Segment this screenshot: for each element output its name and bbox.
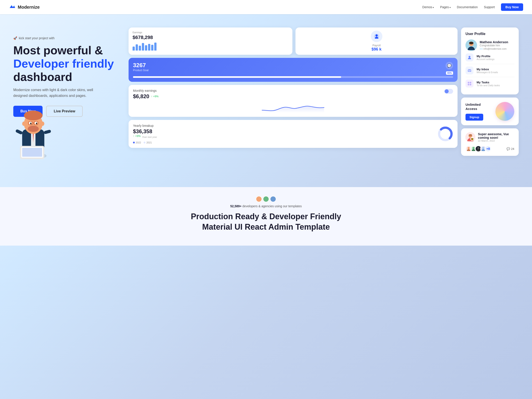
notif-footer: +8 💬 24: [466, 146, 514, 152]
earnings-label: Earnings: [133, 31, 288, 34]
menu-profile[interactable]: My Profile Account settings: [466, 51, 514, 64]
svg-point-43: [482, 147, 484, 149]
svg-point-28: [469, 42, 474, 44]
earnings-chart: [133, 43, 288, 51]
goal-label: Product Goal: [133, 69, 149, 72]
nav-demos[interactable]: Demos: [422, 5, 434, 9]
rocket-icon: 🚀: [13, 36, 17, 40]
bar-7: [151, 45, 153, 51]
notif-date: 22 March, 2022: [478, 139, 514, 142]
notif-title: Super awesome, Vue coming soon!: [478, 132, 514, 139]
dashboard-cards: Earnings $678,298: [129, 27, 457, 156]
chat-icon: 💬: [446, 62, 453, 69]
user-info: Mathew Anderson Congratulate him ✉️ info…: [466, 39, 514, 51]
dev-av-3: [270, 196, 276, 202]
bar-2: [136, 44, 138, 51]
bar-4: [142, 43, 144, 51]
menu-tasks[interactable]: My Tasks To-do and Daily tasks: [466, 77, 514, 90]
yearly-info: Yearly breakup $36,358 ↑ +9% than last y…: [133, 124, 157, 144]
svg-rect-16: [15, 129, 23, 134]
bar-5: [145, 45, 147, 51]
notif-avatar: 😎: [466, 132, 475, 142]
payroll-card: Payroll $96 k: [296, 27, 457, 55]
goal-progress-fill: [133, 76, 341, 78]
toggle-switch[interactable]: [444, 89, 453, 94]
yearly-card: Yearly breakup $36,358 ↑ +9% than last y…: [129, 120, 457, 148]
unlimited-left: UnlimitedAccess Signup: [466, 102, 483, 120]
user-email: ✉️ info@modernize.com: [480, 47, 508, 50]
nav-docs[interactable]: Documentation: [457, 5, 478, 9]
payroll-icon: [374, 33, 380, 39]
hero-character: [9, 89, 58, 161]
monthly-top: Monthly earnings $6,820 ↑ +9%: [133, 89, 453, 100]
svg-point-22: [375, 34, 378, 37]
payroll-label: Payroll: [298, 44, 454, 47]
bar-1: [133, 47, 135, 51]
hero-section: 🚀 kick start your project with Most powe…: [0, 14, 532, 187]
svg-point-9: [36, 123, 37, 124]
user-congrats: Congratulate him: [480, 44, 508, 47]
hero-right: Earnings $678,298: [129, 23, 519, 156]
payroll-icon-wrap: [371, 31, 382, 42]
nav-buynow-button[interactable]: Buy Now: [501, 3, 523, 11]
goal-card: 3267 Product Goal 💬 65%: [129, 58, 457, 82]
logo-text: Modernize: [18, 5, 40, 10]
svg-text:😎: 😎: [471, 138, 474, 140]
monthly-title: Monthly earnings: [133, 89, 158, 92]
unlimited-decoration: [495, 102, 514, 121]
bottom-stat: 52,589+ developers & agencies using our …: [13, 204, 519, 208]
notification-card: 😎 Super awesome, Vue coming soon! 22 Mar…: [461, 128, 519, 156]
svg-point-5: [24, 111, 43, 120]
profile-menu: My Profile Account settings My Inb: [466, 51, 514, 90]
monthly-trend: ↑ +9%: [151, 95, 158, 98]
yearly-trend: ↑: [133, 134, 134, 138]
earnings-value: $678,298: [133, 35, 288, 40]
bar-6: [148, 44, 150, 51]
goal-pct: 65%: [446, 71, 453, 75]
svg-rect-31: [468, 82, 469, 83]
unlimited-card: UnlimitedAccess Signup: [461, 98, 519, 125]
monthly-amount: $6,820: [133, 93, 149, 100]
svg-rect-33: [468, 84, 469, 85]
hero-title: Most powerful & Developer friendly dashb…: [13, 44, 120, 83]
yearly-title: Yearly breakup: [133, 124, 157, 127]
profile-panel: User Profile Mathew Anderson Cong: [461, 27, 519, 156]
inbox-menu-text: My Inbox Messages & Emails: [477, 68, 498, 74]
yearly-subtext: than last year: [142, 136, 157, 138]
profile-menu-text: My Profile Account settings: [477, 55, 494, 61]
hero-kicker: 🚀 kick start your project with: [13, 36, 120, 40]
notif-text: Super awesome, Vue coming soon! 22 March…: [478, 132, 514, 142]
svg-point-41: [472, 147, 475, 149]
logo: Modernize: [9, 4, 40, 11]
avatar-extra: +8: [485, 146, 491, 152]
notif-header: 😎 Super awesome, Vue coming soon! 22 Mar…: [466, 132, 514, 142]
svg-rect-17: [44, 129, 51, 134]
menu-inbox[interactable]: My Inbox Messages & Emails: [466, 64, 514, 77]
yearly-legend: 2022 2021: [133, 141, 157, 144]
nav-support[interactable]: Support: [484, 5, 495, 9]
goal-header: 3267 Product Goal 💬: [133, 62, 453, 75]
profile-menu-icon: [466, 53, 474, 61]
navbar-links: Demos Pages Documentation Support Buy No…: [422, 3, 523, 11]
svg-point-14: [22, 121, 26, 126]
monthly-card: Monthly earnings $6,820 ↑ +9%: [129, 85, 457, 117]
user-details: Mathew Anderson Congratulate him ✉️ info…: [480, 40, 508, 50]
comment-count: 💬 24: [507, 147, 514, 151]
svg-point-15: [41, 121, 44, 126]
svg-rect-20: [22, 148, 42, 157]
dev-avatars: [13, 196, 519, 202]
navbar: Modernize Demos Pages Documentation Supp…: [0, 0, 532, 14]
bottom-section: 52,589+ developers & agencies using our …: [0, 187, 532, 246]
dev-av-2: [263, 196, 269, 202]
email-icon: ✉️: [480, 47, 483, 50]
yearly-amount: $36,358: [133, 128, 157, 134]
payroll-value: $96 k: [298, 47, 454, 52]
user-name: Mathew Anderson: [480, 40, 508, 44]
bar-8: [154, 43, 157, 51]
signup-button[interactable]: Signup: [466, 114, 483, 120]
svg-point-37: [469, 134, 472, 136]
svg-rect-34: [470, 84, 471, 85]
tasks-menu-text: My Tasks To-do and Daily tasks: [477, 81, 500, 87]
yearly-bottom: Yearly breakup $36,358 ↑ +9% than last y…: [133, 124, 453, 144]
nav-pages[interactable]: Pages: [440, 5, 450, 9]
